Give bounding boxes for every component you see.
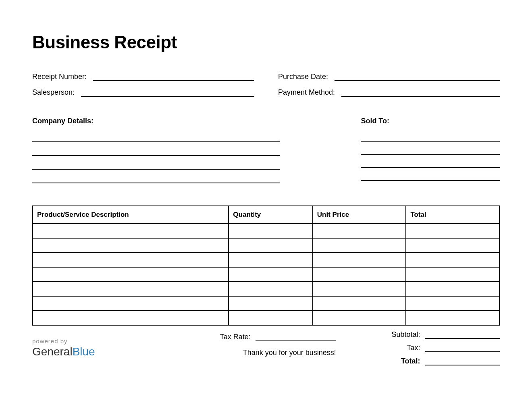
col-unit-price: Unit Price [313, 206, 406, 224]
cell-qty[interactable] [229, 311, 312, 325]
company-details-lines [32, 133, 280, 183]
payment-method-label: Payment Method: [278, 88, 335, 97]
receipt-number-field[interactable] [93, 73, 254, 81]
cell-unit[interactable] [313, 282, 406, 296]
brand-block: powered by GeneralBlue [32, 330, 172, 358]
cell-qty[interactable] [229, 282, 312, 296]
subtotal-row: Subtotal: [344, 330, 500, 339]
sold-to-line-4[interactable] [361, 172, 500, 181]
powered-by-label: powered by [32, 338, 172, 345]
total-field[interactable] [425, 357, 500, 365]
thanks-row: Thank you for your business! [181, 349, 336, 357]
cell-desc[interactable] [33, 253, 229, 267]
table-row [33, 224, 499, 238]
total-row: Total: [344, 357, 500, 365]
table-row [33, 311, 499, 325]
cell-desc[interactable] [33, 282, 229, 296]
cell-unit[interactable] [313, 267, 406, 282]
col-quantity: Quantity [229, 206, 312, 224]
cell-unit[interactable] [313, 253, 406, 267]
tax-label: Tax: [344, 344, 425, 352]
purchase-date-row: Purchase Date: [278, 73, 500, 81]
cell-total[interactable] [406, 253, 499, 267]
cell-total[interactable] [406, 296, 499, 311]
center-column: Tax Rate: Thank you for your business! [181, 330, 336, 357]
company-details-heading: Company Details: [32, 117, 280, 125]
thanks-text: Thank you for your business! [243, 349, 336, 357]
sold-to-heading: Sold To: [361, 117, 500, 125]
cell-desc[interactable] [33, 296, 229, 311]
cell-qty[interactable] [229, 296, 312, 311]
sold-to-line-1[interactable] [361, 133, 500, 142]
company-line-2[interactable] [32, 147, 280, 156]
table-row [33, 267, 499, 282]
cell-total[interactable] [406, 282, 499, 296]
table-row [33, 282, 499, 296]
totals-block: Subtotal: Tax: Total: [344, 330, 500, 365]
subtotal-field[interactable] [425, 331, 500, 339]
cell-desc[interactable] [33, 238, 229, 253]
sold-to-lines [361, 133, 500, 183]
sold-to-line-3[interactable] [361, 159, 500, 168]
cell-unit[interactable] [313, 238, 406, 253]
salesperson-row: Salesperson: [32, 88, 254, 97]
purchase-date-field[interactable] [335, 73, 500, 81]
cell-total[interactable] [406, 267, 499, 282]
cell-qty[interactable] [229, 224, 312, 238]
tax-row: Tax: [344, 344, 500, 352]
section-headings: Company Details: Sold To: [32, 117, 500, 125]
items-table: Product/Service Description Quantity Uni… [32, 206, 500, 326]
footer-grid: powered by GeneralBlue Tax Rate: Thank y… [32, 330, 500, 365]
document-title: Business Receipt [32, 32, 500, 52]
cell-unit[interactable] [313, 311, 406, 325]
total-label: Total: [344, 357, 425, 365]
col-total: Total [406, 206, 499, 224]
tax-field[interactable] [425, 344, 500, 352]
cell-qty[interactable] [229, 267, 312, 282]
cell-qty[interactable] [229, 238, 312, 253]
payment-method-field[interactable] [341, 89, 500, 97]
table-row [33, 296, 499, 311]
payment-method-row: Payment Method: [278, 88, 500, 97]
table-row [33, 238, 499, 253]
table-row [33, 253, 499, 267]
sold-to-line-2[interactable] [361, 146, 500, 155]
cell-desc[interactable] [33, 311, 229, 325]
cell-total[interactable] [406, 238, 499, 253]
purchase-date-label: Purchase Date: [278, 73, 328, 81]
address-lines-block [32, 133, 500, 183]
cell-desc[interactable] [33, 224, 229, 238]
brand-name-part1: General [32, 345, 73, 358]
cell-total[interactable] [406, 311, 499, 325]
brand-logo: GeneralBlue [32, 345, 172, 358]
company-line-1[interactable] [32, 133, 280, 142]
cell-qty[interactable] [229, 253, 312, 267]
tax-rate-field[interactable] [256, 333, 336, 341]
cell-desc[interactable] [33, 267, 229, 282]
items-header-row: Product/Service Description Quantity Uni… [33, 206, 499, 224]
cell-unit[interactable] [313, 224, 406, 238]
meta-grid: Receipt Number: Purchase Date: Salespers… [32, 73, 500, 97]
cell-total[interactable] [406, 224, 499, 238]
company-line-3[interactable] [32, 161, 280, 170]
col-description: Product/Service Description [33, 206, 229, 224]
company-line-4[interactable] [32, 174, 280, 183]
subtotal-label: Subtotal: [344, 330, 425, 339]
salesperson-label: Salesperson: [32, 88, 75, 97]
receipt-number-row: Receipt Number: [32, 73, 254, 81]
salesperson-field[interactable] [81, 89, 254, 97]
tax-rate-label: Tax Rate: [220, 333, 251, 341]
brand-name-part2: Blue [73, 345, 95, 358]
cell-unit[interactable] [313, 296, 406, 311]
tax-rate-row: Tax Rate: [181, 333, 336, 341]
receipt-number-label: Receipt Number: [32, 73, 87, 81]
